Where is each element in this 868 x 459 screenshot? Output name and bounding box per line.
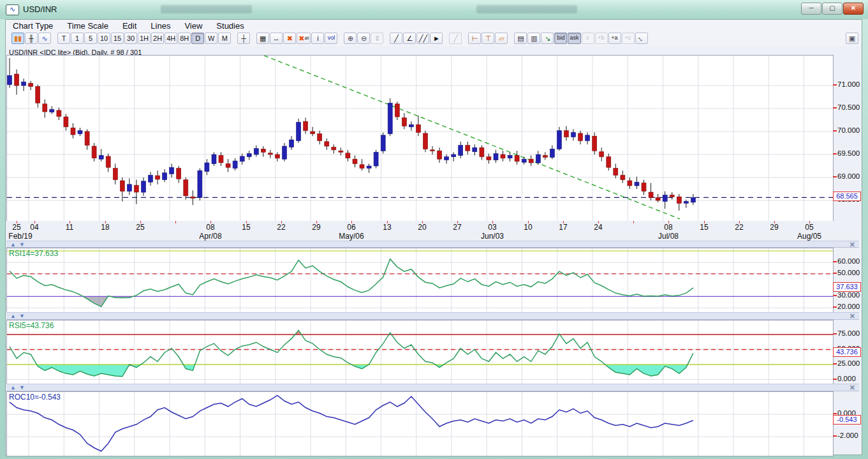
x-axis-day-label: 10 <box>524 223 532 232</box>
close-panel-rsi5-button[interactable]: ✕ <box>850 312 855 320</box>
add-last-button[interactable]: +c <box>622 33 635 44</box>
delete-button[interactable]: ✖ <box>283 33 296 44</box>
panel-splitter-rsi5[interactable]: ▲▼✕ <box>6 312 859 320</box>
grid-button[interactable]: ▦ <box>256 33 269 44</box>
timescale-15m-button[interactable]: 15 <box>111 33 124 44</box>
fit-vertical-button[interactable]: ⇕ <box>371 33 383 44</box>
candlestick-chart-button[interactable]: ▮▮ <box>11 33 24 44</box>
indicator-label-roc10: ROC10=-0.543 <box>9 393 61 402</box>
trendline[interactable] <box>264 56 680 219</box>
timescale-5m-button[interactable]: 5 <box>84 33 97 44</box>
y-axis-tick <box>833 363 837 365</box>
y-axis-label: -2.000 <box>837 432 863 439</box>
timescale-4h-button[interactable]: 4H <box>165 33 177 44</box>
timescale-1m-button[interactable]: 1 <box>71 33 84 44</box>
pointer-arrow-button[interactable]: ► <box>430 33 443 44</box>
print-button[interactable]: ▤ <box>514 33 527 44</box>
channel-lines-button[interactable]: ╱╱ <box>416 33 429 44</box>
titlebar[interactable]: ∿ USD/INR ─▢✕ <box>0 0 868 19</box>
dock-window-button[interactable]: ▣ <box>846 33 858 44</box>
close-button[interactable]: ✕ <box>843 3 864 15</box>
app-window: { "window": {"title": "USD/INR"}, "title… <box>0 0 868 459</box>
menu-item-lines[interactable]: Lines <box>143 20 177 32</box>
ray-line-button[interactable]: ∠ <box>403 33 416 44</box>
expand-panel-roc10-button[interactable]: ▲ <box>10 384 16 391</box>
collapse-panel-rsi14-button[interactable]: ▼ <box>19 241 25 248</box>
x-axis-day-label: 22 <box>277 223 285 232</box>
zoom-out-button[interactable]: ⊖ <box>357 33 370 44</box>
chart-panel-price[interactable] <box>6 55 834 222</box>
collapse-panel-roc10-button[interactable]: ▼ <box>19 384 25 391</box>
timescale-daily-button[interactable]: D <box>191 33 204 44</box>
scroll-horizontal-button[interactable]: ↔ <box>270 33 283 44</box>
roc10-line <box>10 395 693 451</box>
measure-vertical-button[interactable]: ⊤ <box>482 33 494 44</box>
plot-price[interactable] <box>7 56 833 221</box>
y-axis-label: 71.000 <box>837 80 863 88</box>
y-axis-tick <box>833 176 837 177</box>
add-bid-button[interactable]: +b <box>595 33 608 44</box>
y-axis-tick <box>833 273 837 274</box>
plot-roc10[interactable] <box>7 392 833 456</box>
timescale-weekly-button[interactable]: W <box>205 33 217 44</box>
info-button[interactable]: i <box>311 33 324 44</box>
maximize-button[interactable]: ▢ <box>822 3 842 15</box>
window-title: USD/INR <box>23 4 57 14</box>
last-line-button[interactable]: c <box>582 33 594 44</box>
timescale-tick-button[interactable]: T <box>57 33 70 44</box>
plot-rsi14[interactable] <box>7 248 833 312</box>
indicator-label-rsi5: RSI5=43.736 <box>9 321 54 330</box>
expand-panel-rsi14-button[interactable]: ▲ <box>10 241 16 248</box>
y-axis-label: 69.500 <box>837 149 863 157</box>
menu-item-chart-type[interactable]: Chart Type <box>6 20 60 32</box>
print-preview-button[interactable]: ▥ <box>527 33 540 44</box>
x-axis-day-label: 27 <box>453 223 461 232</box>
timescale-1h-button[interactable]: 1H <box>138 33 151 44</box>
expand-panel-rsi5-button[interactable]: ▲ <box>10 313 16 319</box>
ruler-button[interactable]: ▱ <box>495 33 508 44</box>
collapse-panel-rsi5-button[interactable]: ▼ <box>19 313 25 319</box>
menubar: Chart TypeTime ScaleEditLinesViewStudies <box>6 20 862 31</box>
chart-panel-roc10[interactable] <box>6 391 834 456</box>
last-value-box: 68.565 <box>833 192 861 201</box>
measure-horizontal-button[interactable]: ⊢ <box>468 33 481 44</box>
timescale-monthly-button[interactable]: M <box>218 33 231 44</box>
panel-splitter-roc10[interactable]: ▲▼✕ <box>6 384 859 391</box>
export-button[interactable]: ↘ <box>541 33 554 44</box>
timescale-30m-button[interactable]: 30 <box>124 33 137 44</box>
indicator-label-rsi14: RSI14=37.633 <box>9 249 58 258</box>
link-chart-button[interactable]: ↔ <box>635 33 648 44</box>
diagonal-line-button[interactable]: ╱ <box>449 33 462 44</box>
timescale-10m-button[interactable]: 10 <box>98 33 110 44</box>
add-ask-button[interactable]: +a <box>608 33 621 44</box>
close-panel-rsi14-button[interactable]: ✕ <box>850 241 855 248</box>
x-axis-day-label: 25 <box>12 223 20 232</box>
delete-all-button[interactable]: ✖all <box>297 33 311 44</box>
trendline-button[interactable]: ╱ <box>390 33 402 44</box>
line-chart-button[interactable]: ∿ <box>38 33 51 44</box>
y-axis-label: 70.500 <box>837 103 863 111</box>
minimize-button[interactable]: ─ <box>801 3 821 15</box>
panel-splitter-rsi14[interactable]: ▲▼✕ <box>6 241 859 248</box>
crosshair-button[interactable]: ┼ <box>237 33 250 44</box>
x-axis-day-label: 22 <box>735 223 743 232</box>
chart-panel-rsi5[interactable] <box>6 320 834 384</box>
timescale-8h-button[interactable]: 8H <box>178 33 191 44</box>
volume-button[interactable]: vol <box>325 33 337 44</box>
last-value-box: 37.633 <box>833 282 861 292</box>
zoom-in-button[interactable]: ⊕ <box>344 33 357 44</box>
chart-panel-rsi14[interactable] <box>6 248 834 313</box>
ask-line-button[interactable]: ask <box>568 33 580 44</box>
y-axis-label: 30.000 <box>837 291 863 299</box>
bid-line-button[interactable]: bid <box>554 33 567 44</box>
plot-rsi5[interactable] <box>7 320 833 384</box>
menu-item-time-scale[interactable]: Time Scale <box>60 20 115 32</box>
ohlc-chart-button[interactable]: ╫ <box>25 33 38 44</box>
y-axis-tick <box>833 153 837 154</box>
timescale-2h-button[interactable]: 2H <box>151 33 164 44</box>
menu-item-edit[interactable]: Edit <box>115 20 143 32</box>
app-icon: ∿ <box>6 4 19 15</box>
menu-item-view[interactable]: View <box>177 20 209 32</box>
menu-item-studies[interactable]: Studies <box>209 20 251 32</box>
close-panel-roc10-button[interactable]: ✕ <box>850 384 855 391</box>
